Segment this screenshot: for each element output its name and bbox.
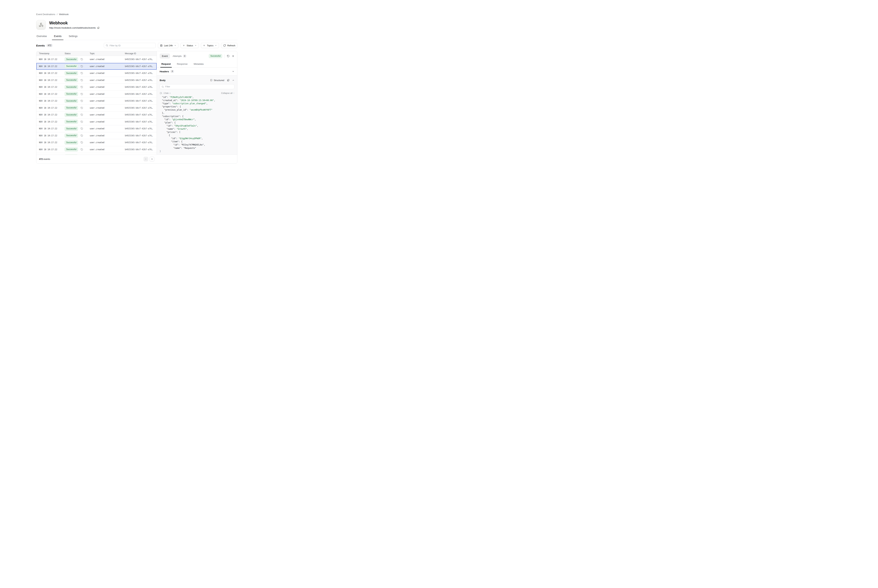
- status-badge: Successful: [65, 120, 78, 124]
- row-status: Successful: [65, 113, 90, 117]
- filter-by-id-search[interactable]: [104, 43, 156, 48]
- table-row[interactable]: NOV 18 10:17:22 Successful user.created …: [36, 56, 156, 63]
- table-row[interactable]: NOV 18 10:17:22 Successful user.created …: [36, 132, 156, 140]
- table-row[interactable]: NOV 18 10:17:22 Successful user.created …: [36, 139, 156, 146]
- retry-row-button[interactable]: [81, 65, 83, 68]
- column-message-id: Message ID: [125, 52, 156, 55]
- chevron-down-icon: [174, 44, 176, 46]
- headers-section-toggle[interactable]: Headers 3: [157, 68, 237, 75]
- next-page-button[interactable]: [150, 157, 154, 161]
- panel-tab-event[interactable]: Event: [159, 54, 170, 58]
- retry-row-button[interactable]: [81, 134, 83, 137]
- row-message-id: b4925365-b8cf-42b7-a76…: [125, 141, 156, 144]
- copy-url-button[interactable]: [97, 27, 99, 29]
- status-badge: Successful: [65, 113, 78, 117]
- table-row[interactable]: NOV 18 10:17:22 Successful user.created …: [36, 84, 156, 91]
- status-badge: Successful: [65, 106, 78, 110]
- retry-icon: [81, 141, 83, 144]
- collapse-all-button[interactable]: Collapse all ↑: [221, 92, 235, 94]
- table-row[interactable]: NOV 18 10:17:22 Successful user.created …: [36, 118, 156, 126]
- retry-row-button[interactable]: [81, 93, 83, 95]
- json-viewer: "id": "P2NoRtyZoTc46X3B","created_at": "…: [159, 96, 235, 153]
- table-row[interactable]: NOV 18 10:17:22 Successful user.created …: [36, 98, 156, 105]
- breadcrumb-separator: /: [57, 13, 57, 16]
- retry-row-button[interactable]: [81, 72, 83, 74]
- filter-by-id-input[interactable]: [110, 44, 154, 47]
- retry-row-button[interactable]: [81, 141, 83, 144]
- filter-lines-icon: [183, 44, 185, 47]
- tab-response[interactable]: Response: [177, 61, 188, 68]
- tab-events[interactable]: Events: [54, 33, 62, 40]
- retry-row-button[interactable]: [81, 114, 83, 116]
- breadcrumb-event-destinations[interactable]: Event Destinations: [36, 13, 55, 16]
- json-line: "name": "Requests": [159, 147, 235, 150]
- row-timestamp: NOV 18 10:17:22: [39, 58, 65, 60]
- row-status: Successful: [65, 134, 90, 138]
- search-icon: [162, 86, 164, 88]
- panel-tab-attempts[interactable]: Attempts 3: [171, 53, 187, 59]
- tab-settings[interactable]: Settings: [68, 33, 78, 40]
- tab-request[interactable]: Request: [161, 61, 171, 68]
- retry-row-button[interactable]: [81, 128, 83, 130]
- table-row[interactable]: NOV 18 10:17:22 Successful user.created …: [36, 77, 156, 84]
- row-timestamp: NOV 18 10:17:22: [39, 141, 65, 144]
- time-range-button[interactable]: Last 24h: [158, 43, 178, 48]
- body-filter-search[interactable]: [159, 84, 235, 89]
- table-header: Timestamp Status Topic Message ID: [36, 51, 156, 56]
- footer-events-count: 472 events: [39, 158, 50, 160]
- structured-view-toggle[interactable]: {} Structured: [210, 79, 224, 82]
- row-topic: user.created: [90, 93, 125, 95]
- close-panel-button[interactable]: [232, 55, 235, 57]
- table-row[interactable]: NOV 18 10:17:22 Successful user.created …: [36, 146, 156, 153]
- tab-metadata[interactable]: Metadata: [194, 61, 204, 68]
- attempts-count-badge: 3: [183, 55, 186, 57]
- table-row[interactable]: NOV 18 10:17:22 Successful user.created …: [36, 63, 156, 70]
- retry-row-button[interactable]: [81, 120, 83, 123]
- retry-event-button[interactable]: [227, 55, 230, 57]
- row-message-id: b4925365-b8cf-42b7-a76…: [125, 100, 156, 102]
- table-row[interactable]: NOV 18 10:17:22 Successful user.created …: [36, 70, 156, 77]
- table-row[interactable]: NOV 18 10:17:22 Successful user.created …: [36, 153, 156, 154]
- table-row[interactable]: NOV 18 10:17:22 Successful user.created …: [36, 111, 156, 118]
- row-message-id: b4925365-b8cf-42b7-a76…: [125, 106, 156, 109]
- table-row[interactable]: NOV 18 10:17:22 Successful user.created …: [36, 125, 156, 132]
- tab-overview[interactable]: Overview: [36, 33, 47, 40]
- json-line: "name": "Growth",: [159, 128, 235, 130]
- retry-icon: [81, 134, 83, 137]
- page-title: Webhook: [49, 21, 99, 26]
- refresh-button[interactable]: Refresh: [221, 43, 238, 48]
- row-timestamp: NOV 18 10:17:22: [39, 65, 65, 68]
- status-filter-button[interactable]: Status: [180, 43, 199, 48]
- chevron-up-icon: [232, 79, 235, 81]
- column-topic: Topic: [90, 52, 125, 55]
- retry-icon: [81, 100, 83, 102]
- retry-row-button[interactable]: [81, 100, 83, 102]
- search-icon: [106, 44, 108, 46]
- retry-row-button[interactable]: [81, 86, 83, 88]
- row-status: Successful: [65, 127, 90, 131]
- row-message-id: b4925365-b8cf-42b7-a76…: [125, 114, 156, 116]
- body-section: Body {} Structured: [157, 75, 237, 154]
- row-message-id: b4925365-b8cf-42b7-a76…: [125, 86, 156, 88]
- retry-icon: [81, 58, 83, 60]
- status-badge: Successful: [65, 71, 78, 75]
- row-topic: user.created: [90, 120, 125, 123]
- retry-row-button[interactable]: [81, 79, 83, 81]
- braces-icon: {}: [210, 79, 212, 81]
- retry-icon: [81, 128, 83, 130]
- events-count-badge: 472: [47, 44, 53, 47]
- json-line: "id": "MJ2oy747MNQXELAo",: [159, 143, 235, 146]
- retry-row-button[interactable]: [81, 58, 83, 60]
- topics-filter-button[interactable]: Topics: [201, 43, 219, 48]
- retry-row-button[interactable]: [81, 148, 83, 151]
- prev-page-button[interactable]: [143, 157, 148, 161]
- status-badge: Successful: [65, 92, 78, 96]
- collapse-body-button[interactable]: [232, 79, 235, 81]
- column-timestamp: Timestamp: [39, 52, 65, 55]
- json-items-toggle[interactable]: {1 item ↑: [159, 92, 171, 94]
- table-row[interactable]: NOV 18 10:17:22 Successful user.created …: [36, 91, 156, 98]
- table-row[interactable]: NOV 18 10:17:22 Successful user.created …: [36, 105, 156, 112]
- copy-body-button[interactable]: [227, 79, 230, 82]
- retry-row-button[interactable]: [81, 106, 83, 109]
- body-filter-input[interactable]: [165, 86, 233, 88]
